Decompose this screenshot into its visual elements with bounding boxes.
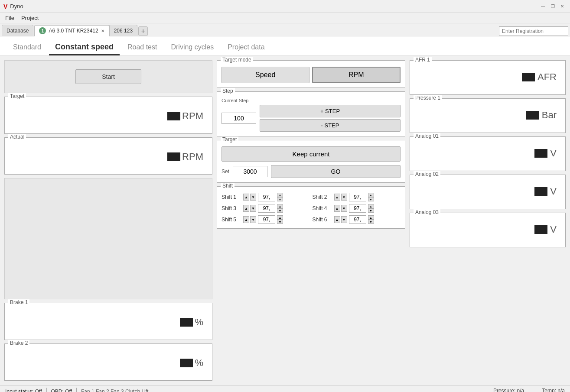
status-right: Pressure: n/a Temp: n/a <box>493 388 565 392</box>
restore-button[interactable]: ❐ <box>548 3 557 10</box>
shift-2-down-arrow[interactable]: ▼ <box>341 194 347 201</box>
analog02-bar <box>534 187 547 196</box>
actual-group-label: Actual <box>8 134 26 140</box>
shift-4-up-arrow[interactable]: ▲ <box>334 205 340 212</box>
shift-2-up-arrow[interactable]: ▲ <box>334 194 340 201</box>
shift-4-spin-down[interactable]: ▼ <box>368 208 374 213</box>
tab-close-icon[interactable]: ✕ <box>101 29 104 33</box>
shift-5-spin-down[interactable]: ▼ <box>277 220 283 224</box>
shift-3-spin-down[interactable]: ▼ <box>277 208 283 213</box>
nav-tab-constant-speed[interactable]: Constant speed <box>49 40 120 55</box>
afr1-label: AFR 1 <box>414 57 432 63</box>
nav-tab-project-data[interactable]: Project data <box>221 41 270 55</box>
current-step-input[interactable] <box>221 113 256 124</box>
title-bar: V Dyno — ❐ ✕ <box>0 0 570 13</box>
shift-1-spin: ▲ ▼ <box>277 193 283 201</box>
shift-4-arrows: ▲ ▼ <box>334 205 347 212</box>
shift-6-up-arrow[interactable]: ▲ <box>334 216 340 223</box>
tab-add-button[interactable]: + <box>138 26 148 36</box>
go-button[interactable]: GO <box>271 165 401 178</box>
shift-6-input[interactable] <box>349 215 366 224</box>
shift-6-down-arrow[interactable]: ▼ <box>341 216 347 223</box>
shift-6-arrows: ▲ ▼ <box>334 216 347 223</box>
fan3-status: Fan 3 <box>111 389 124 392</box>
shift-3-up-arrow[interactable]: ▲ <box>243 205 249 212</box>
start-button[interactable]: Start <box>75 69 141 84</box>
shift-3-down-arrow[interactable]: ▼ <box>250 205 256 212</box>
target-box-label: Target <box>221 136 238 143</box>
fan2-status: Fan 2 <box>96 389 109 392</box>
shift-1-up-arrow[interactable]: ▲ <box>243 194 249 201</box>
temp-status: Temp: n/a <box>542 388 565 392</box>
shift-3-row: Shift 3 ▲ ▼ ▲ ▼ <box>221 204 310 213</box>
close-button[interactable]: ✕ <box>558 3 567 10</box>
status-sep-1 <box>46 388 47 392</box>
status-sep-3 <box>533 388 533 392</box>
speed-mode-button[interactable]: Speed <box>221 67 309 83</box>
nav-tab-driving-cycles[interactable]: Driving cycles <box>165 41 220 55</box>
actual-rpm-display: RPM <box>9 144 208 170</box>
shift-1-row: Shift 1 ▲ ▼ ▲ ▼ <box>221 193 310 201</box>
analog01-box: Analog 01 V <box>410 136 566 171</box>
shift-4-spin: ▲ ▼ <box>368 204 374 213</box>
shift-2-spin-up[interactable]: ▲ <box>368 193 374 197</box>
shift-3-spin: ▲ ▼ <box>277 204 283 213</box>
mode-buttons: Speed RPM <box>221 67 401 83</box>
shift-4-down-arrow[interactable]: ▼ <box>341 205 347 212</box>
target-mode-label: Target mode <box>221 57 253 63</box>
pressure1-bar <box>526 111 539 120</box>
tab-second[interactable]: 206 123 <box>109 25 137 36</box>
shift-box: Shift Shift 1 ▲ ▼ ▲ ▼ S <box>217 186 405 229</box>
shift-6-spin-up[interactable]: ▲ <box>368 215 374 220</box>
shift-1-down-arrow[interactable]: ▼ <box>250 194 256 201</box>
registration-input[interactable] <box>499 26 568 36</box>
nav-tab-road-test[interactable]: Road test <box>121 41 163 55</box>
shift-2-spin-down[interactable]: ▼ <box>368 197 374 201</box>
minus-step-button[interactable]: - STEP <box>260 119 401 132</box>
fan1-status: Fan 1 <box>81 389 94 392</box>
middle-panel: Target mode Speed RPM Step Current Step … <box>217 60 405 381</box>
analog03-value: V <box>414 217 561 242</box>
plus-step-button[interactable]: + STEP <box>260 105 401 117</box>
tab-active-label: A6 3.0 TNT KR23412 <box>49 28 98 34</box>
shift-1-spin-down[interactable]: ▼ <box>277 197 283 201</box>
shift-4-input[interactable] <box>349 204 366 213</box>
rpm-mode-button[interactable]: RPM <box>312 67 401 83</box>
tab-active-session[interactable]: 1 A6 3.0 TNT KR23412 ✕ <box>34 25 109 36</box>
brake2-group: Brake 2 % <box>4 343 212 381</box>
shift-1-input[interactable] <box>258 193 275 201</box>
set-go-row: Set GO <box>221 165 401 178</box>
shift-5-down-arrow[interactable]: ▼ <box>250 216 256 223</box>
pressure1-box: Pressure 1 Bar <box>410 98 566 133</box>
shift-4-spin-up[interactable]: ▲ <box>368 204 374 208</box>
set-value-input[interactable] <box>233 166 267 177</box>
shift-5-label: Shift 5 <box>221 217 241 223</box>
menu-file[interactable]: File <box>2 14 18 22</box>
shift-1-spin-up[interactable]: ▲ <box>277 193 283 197</box>
menu-project[interactable]: Project <box>18 14 42 22</box>
shift-2-row: Shift 2 ▲ ▼ ▲ ▼ <box>313 193 401 201</box>
brake2-display: % <box>9 350 208 376</box>
lift-status: Lift <box>141 389 148 392</box>
actual-bar-indicator <box>167 152 180 161</box>
shift-2-label: Shift 2 <box>313 194 332 200</box>
keep-current-button[interactable]: Keep current <box>221 146 401 162</box>
shift-5-arrows: ▲ ▼ <box>243 216 256 223</box>
analog01-unit: V <box>550 148 557 159</box>
shift-2-input[interactable] <box>349 193 366 201</box>
minimize-button[interactable]: — <box>539 3 547 10</box>
afr1-value: AFR <box>414 65 561 89</box>
shift-2-spin: ▲ ▼ <box>368 193 374 201</box>
tab-database[interactable]: Database <box>2 25 33 36</box>
shift-5-up-arrow[interactable]: ▲ <box>243 216 249 223</box>
shift-3-input[interactable] <box>258 204 275 213</box>
brake1-display: % <box>9 309 208 335</box>
status-sep-2 <box>76 388 77 392</box>
shift-3-spin-up[interactable]: ▲ <box>277 204 283 208</box>
input-status: Input status: Off <box>5 389 42 392</box>
shift-5-input[interactable] <box>258 215 275 224</box>
analog03-bar <box>534 225 547 234</box>
shift-5-spin-up[interactable]: ▲ <box>277 215 283 220</box>
shift-6-spin-down[interactable]: ▼ <box>368 220 374 224</box>
nav-tab-standard[interactable]: Standard <box>7 41 47 55</box>
